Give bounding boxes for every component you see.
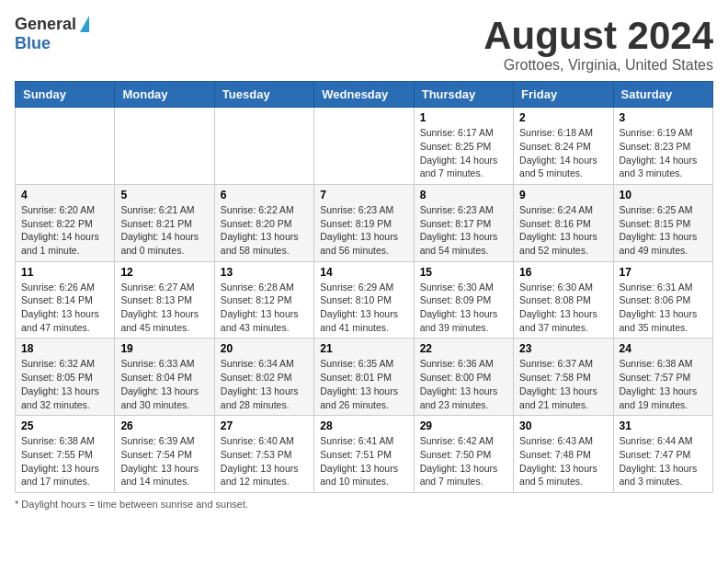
- day-number: 9: [519, 189, 607, 201]
- calendar-cell: 19Sunrise: 6:33 AM Sunset: 8:04 PM Dayli…: [115, 339, 214, 416]
- calendar-cell: [214, 108, 313, 185]
- day-info: Sunrise: 6:29 AM Sunset: 8:10 PM Dayligh…: [320, 281, 407, 335]
- day-info: Sunrise: 6:37 AM Sunset: 7:58 PM Dayligh…: [519, 357, 607, 411]
- calendar-cell: [115, 108, 214, 185]
- calendar-cell: 29Sunrise: 6:42 AM Sunset: 7:50 PM Dayli…: [414, 416, 513, 493]
- day-info: Sunrise: 6:25 AM Sunset: 8:15 PM Dayligh…: [620, 203, 707, 258]
- footer-note-text: Daylight hours: [21, 499, 85, 510]
- location-text: Grottoes, Virginia, United States: [483, 57, 713, 74]
- logo-blue-text: Blue: [15, 34, 51, 53]
- day-number: 6: [221, 189, 308, 201]
- calendar-cell: 14Sunrise: 6:29 AM Sunset: 8:10 PM Dayli…: [314, 261, 414, 339]
- calendar-cell: 17Sunrise: 6:31 AM Sunset: 8:06 PM Dayli…: [613, 261, 712, 339]
- calendar-header-row: SundayMondayTuesdayWednesdayThursdayFrid…: [16, 82, 713, 108]
- day-info: Sunrise: 6:27 AM Sunset: 8:13 PM Dayligh…: [120, 281, 208, 335]
- calendar-cell: [16, 108, 115, 185]
- calendar-cell: 11Sunrise: 6:26 AM Sunset: 8:14 PM Dayli…: [16, 261, 115, 339]
- month-title: August 2024: [483, 15, 713, 57]
- calendar-cell: 25Sunrise: 6:38 AM Sunset: 7:55 PM Dayli…: [16, 416, 115, 493]
- calendar-cell: 5Sunrise: 6:21 AM Sunset: 8:21 PM Daylig…: [115, 184, 214, 261]
- day-number: 18: [21, 342, 108, 355]
- day-number: 29: [420, 419, 507, 432]
- calendar-cell: 30Sunrise: 6:43 AM Sunset: 7:48 PM Dayli…: [514, 416, 613, 493]
- day-info: Sunrise: 6:26 AM Sunset: 8:14 PM Dayligh…: [21, 281, 108, 335]
- logo: General Blue: [15, 15, 89, 53]
- calendar-header-tuesday: Tuesday: [214, 82, 313, 108]
- calendar-cell: 12Sunrise: 6:27 AM Sunset: 8:13 PM Dayli…: [115, 261, 214, 339]
- calendar-cell: 9Sunrise: 6:24 AM Sunset: 8:16 PM Daylig…: [514, 184, 613, 261]
- day-info: Sunrise: 6:18 AM Sunset: 8:24 PM Dayligh…: [519, 126, 607, 180]
- calendar-week-row: 25Sunrise: 6:38 AM Sunset: 7:55 PM Dayli…: [16, 416, 713, 493]
- day-number: 7: [320, 189, 407, 201]
- calendar-cell: 10Sunrise: 6:25 AM Sunset: 8:15 PM Dayli…: [613, 184, 712, 261]
- day-info: Sunrise: 6:23 AM Sunset: 8:17 PM Dayligh…: [420, 203, 507, 258]
- calendar-cell: 4Sunrise: 6:20 AM Sunset: 8:22 PM Daylig…: [16, 184, 115, 261]
- logo-triangle-icon: [80, 16, 89, 32]
- calendar-cell: [314, 108, 414, 185]
- calendar-cell: 3Sunrise: 6:19 AM Sunset: 8:23 PM Daylig…: [613, 108, 712, 185]
- day-info: Sunrise: 6:20 AM Sunset: 8:22 PM Dayligh…: [21, 203, 108, 258]
- day-info: Sunrise: 6:33 AM Sunset: 8:04 PM Dayligh…: [120, 357, 208, 411]
- calendar-header-monday: Monday: [115, 82, 214, 108]
- calendar-cell: 6Sunrise: 6:22 AM Sunset: 8:20 PM Daylig…: [214, 184, 313, 261]
- calendar-header-saturday: Saturday: [613, 82, 712, 108]
- day-info: Sunrise: 6:28 AM Sunset: 8:12 PM Dayligh…: [221, 281, 308, 335]
- day-info: Sunrise: 6:24 AM Sunset: 8:16 PM Dayligh…: [519, 203, 607, 258]
- day-number: 2: [519, 111, 607, 124]
- day-info: Sunrise: 6:39 AM Sunset: 7:54 PM Dayligh…: [120, 434, 208, 488]
- calendar-cell: 16Sunrise: 6:30 AM Sunset: 8:08 PM Dayli…: [514, 261, 613, 339]
- calendar-cell: 28Sunrise: 6:41 AM Sunset: 7:51 PM Dayli…: [314, 416, 414, 493]
- day-number: 4: [21, 189, 108, 201]
- day-info: Sunrise: 6:42 AM Sunset: 7:50 PM Dayligh…: [420, 434, 507, 488]
- logo-general-text: General: [15, 15, 76, 34]
- day-number: 24: [620, 342, 707, 355]
- page-header: General Blue August 2024 Grottoes, Virgi…: [15, 15, 713, 74]
- day-number: 31: [620, 419, 707, 432]
- day-info: Sunrise: 6:44 AM Sunset: 7:47 PM Dayligh…: [620, 434, 707, 488]
- day-info: Sunrise: 6:23 AM Sunset: 8:19 PM Dayligh…: [320, 203, 407, 258]
- day-info: Sunrise: 6:32 AM Sunset: 8:05 PM Dayligh…: [21, 357, 108, 411]
- day-number: 22: [420, 342, 507, 355]
- day-number: 20: [221, 342, 308, 355]
- calendar-cell: 15Sunrise: 6:30 AM Sunset: 8:09 PM Dayli…: [414, 261, 513, 339]
- day-info: Sunrise: 6:40 AM Sunset: 7:53 PM Dayligh…: [221, 434, 308, 488]
- calendar-cell: 18Sunrise: 6:32 AM Sunset: 8:05 PM Dayli…: [16, 339, 115, 416]
- day-number: 1: [420, 111, 507, 124]
- day-number: 30: [519, 419, 607, 432]
- calendar-cell: 1Sunrise: 6:17 AM Sunset: 8:25 PM Daylig…: [414, 108, 513, 185]
- day-number: 11: [21, 266, 108, 279]
- calendar-cell: 26Sunrise: 6:39 AM Sunset: 7:54 PM Dayli…: [115, 416, 214, 493]
- day-number: 23: [519, 342, 607, 355]
- calendar-week-row: 1Sunrise: 6:17 AM Sunset: 8:25 PM Daylig…: [16, 108, 713, 185]
- day-number: 12: [120, 266, 208, 279]
- title-block: August 2024 Grottoes, Virginia, United S…: [483, 15, 713, 74]
- calendar-cell: 20Sunrise: 6:34 AM Sunset: 8:02 PM Dayli…: [214, 339, 313, 416]
- calendar-week-row: 18Sunrise: 6:32 AM Sunset: 8:05 PM Dayli…: [16, 339, 713, 416]
- day-number: 10: [620, 189, 707, 201]
- day-number: 5: [120, 189, 208, 201]
- day-info: Sunrise: 6:21 AM Sunset: 8:21 PM Dayligh…: [120, 203, 208, 258]
- day-info: Sunrise: 6:43 AM Sunset: 7:48 PM Dayligh…: [519, 434, 607, 488]
- day-number: 26: [120, 419, 208, 432]
- day-info: Sunrise: 6:30 AM Sunset: 8:09 PM Dayligh…: [420, 281, 507, 335]
- day-number: 21: [320, 342, 407, 355]
- calendar-header-thursday: Thursday: [414, 82, 513, 108]
- calendar-week-row: 4Sunrise: 6:20 AM Sunset: 8:22 PM Daylig…: [16, 184, 713, 261]
- day-info: Sunrise: 6:36 AM Sunset: 8:00 PM Dayligh…: [420, 357, 507, 411]
- calendar-header-sunday: Sunday: [16, 82, 115, 108]
- calendar-cell: 27Sunrise: 6:40 AM Sunset: 7:53 PM Dayli…: [214, 416, 313, 493]
- day-info: Sunrise: 6:19 AM Sunset: 8:23 PM Dayligh…: [620, 126, 707, 180]
- calendar-cell: 22Sunrise: 6:36 AM Sunset: 8:00 PM Dayli…: [414, 339, 513, 416]
- day-number: 8: [420, 189, 507, 201]
- day-number: 27: [221, 419, 308, 432]
- calendar-cell: 2Sunrise: 6:18 AM Sunset: 8:24 PM Daylig…: [514, 108, 613, 185]
- day-number: 13: [221, 266, 308, 279]
- day-number: 3: [620, 111, 707, 124]
- calendar-table: SundayMondayTuesdayWednesdayThursdayFrid…: [15, 81, 713, 493]
- day-info: Sunrise: 6:41 AM Sunset: 7:51 PM Dayligh…: [320, 434, 407, 488]
- day-info: Sunrise: 6:30 AM Sunset: 8:08 PM Dayligh…: [519, 281, 607, 335]
- day-info: Sunrise: 6:35 AM Sunset: 8:01 PM Dayligh…: [320, 357, 407, 411]
- day-info: Sunrise: 6:17 AM Sunset: 8:25 PM Dayligh…: [420, 126, 507, 180]
- day-number: 16: [519, 266, 607, 279]
- day-info: Sunrise: 6:22 AM Sunset: 8:20 PM Dayligh…: [221, 203, 308, 258]
